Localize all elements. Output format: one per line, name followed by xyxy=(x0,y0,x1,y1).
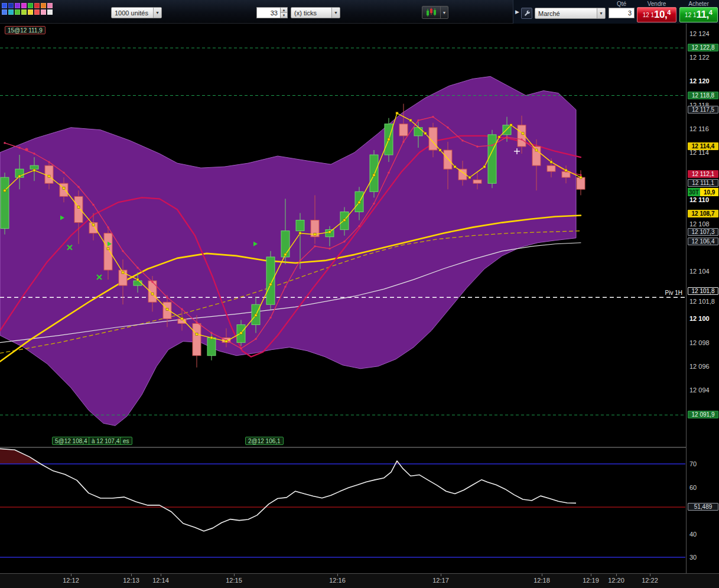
buy-header: Acheter xyxy=(679,1,718,7)
palette-swatch[interactable] xyxy=(34,9,40,15)
chevron-down-icon[interactable]: ▼ xyxy=(153,8,161,18)
palette-swatch[interactable] xyxy=(21,3,27,8)
timeframe-tag: 30T xyxy=(688,188,700,196)
crimson-ma-dot xyxy=(77,186,79,188)
crimson-ma-dot xyxy=(48,161,50,163)
units-dropdown[interactable]: 1000 unités ▼ xyxy=(111,7,162,18)
spinner-up-icon[interactable]: ▲ xyxy=(281,8,287,12)
sell-price-main: 10, xyxy=(654,9,667,21)
crimson-ma-dot xyxy=(373,203,375,204)
candle-up xyxy=(134,281,142,285)
palette-swatch[interactable] xyxy=(21,9,27,15)
palette-swatch[interactable] xyxy=(2,9,7,15)
yellow-ma-square xyxy=(77,206,80,208)
crimson-ma-dot xyxy=(476,145,478,147)
order-settings-button[interactable] xyxy=(521,8,532,19)
sell-price-decimal: 4 xyxy=(667,9,671,16)
candlestick-chart-icon xyxy=(422,7,440,18)
crimson-ma-dot xyxy=(4,142,5,144)
qty-header: Qté xyxy=(609,1,635,7)
time-axis[interactable]: 12:1212:1312:1412:1512:1612:1712:1812:19… xyxy=(0,573,719,588)
crimson-ma-dot xyxy=(520,138,522,140)
yellow-ma-square xyxy=(33,169,35,171)
candle-up xyxy=(30,165,38,169)
yellow-ma-square xyxy=(269,283,272,285)
crimson-ma-dot xyxy=(107,226,109,228)
price-chart-area[interactable]: Piv 1H 15@12 111,9 5@12 108,4à 12 107,4e… xyxy=(0,24,685,448)
crimson-ma-dot xyxy=(491,144,493,146)
palette-swatch[interactable] xyxy=(28,9,33,15)
yellow-ma-square xyxy=(483,165,486,168)
chevron-down-icon[interactable]: ▼ xyxy=(597,8,605,18)
candlestick-chart[interactable]: Piv 1H xyxy=(0,24,685,448)
dark-price-badge: 12 111,1 xyxy=(688,179,718,187)
quantity-input[interactable] xyxy=(609,8,635,18)
yellow-ma-square xyxy=(166,308,168,310)
trade-marker-badge: es xyxy=(120,437,132,445)
crimson-ma-dot xyxy=(506,136,507,138)
candle-down xyxy=(74,196,83,222)
price-axis-label: 12 120 xyxy=(689,77,710,85)
palette-swatch[interactable] xyxy=(47,9,53,15)
price-axis[interactable]: 12 12412 12212 12012 11812 11612 11412 1… xyxy=(686,24,719,573)
crimson-ma-dot xyxy=(33,152,35,154)
candle-down xyxy=(577,177,585,189)
buy-button[interactable]: 12 111,4 xyxy=(679,7,718,22)
yellow-ma-square xyxy=(510,124,512,126)
buy-price-prefix: 12 1 xyxy=(685,12,696,18)
palette-swatch[interactable] xyxy=(2,3,7,8)
yellow-price-badge: 12 108,7 xyxy=(688,210,718,217)
rsi-overbought-fill xyxy=(0,449,576,572)
time-axis-label: 12:17 xyxy=(432,577,449,584)
time-axis-label: 12:13 xyxy=(123,577,139,584)
yellow-ma-square xyxy=(181,317,183,320)
rsi-panel[interactable] xyxy=(0,448,685,572)
rsi-chart[interactable] xyxy=(0,448,685,572)
crimson-ma-dot xyxy=(166,297,168,298)
yellow-ma-square xyxy=(498,136,500,138)
time-tick xyxy=(161,574,161,576)
time-tick xyxy=(650,574,650,576)
candle-up xyxy=(266,257,275,304)
trade-marker-badge: 5@12 108,4 xyxy=(52,437,90,445)
crimson-ma-dot xyxy=(196,321,197,323)
sell-button[interactable]: 12 110,4 xyxy=(637,7,676,22)
candle-up xyxy=(1,177,9,228)
palette-swatch[interactable] xyxy=(34,3,40,8)
ticks-spinner[interactable]: 33 ▲ ▼ xyxy=(256,7,288,18)
chevron-down-icon[interactable]: ▼ xyxy=(440,7,448,18)
order-type-dropdown[interactable]: Marché ▼ xyxy=(535,8,606,19)
color-palette xyxy=(2,3,53,15)
sell-header: Vendre xyxy=(637,1,676,7)
sell-price-prefix: 12 1 xyxy=(643,12,654,18)
palette-swatch[interactable] xyxy=(15,9,20,15)
crimson-ma-dot xyxy=(402,141,404,142)
ticks-spinner-value[interactable]: 33 xyxy=(256,7,280,18)
candle-up xyxy=(488,135,496,183)
palette-swatch[interactable] xyxy=(15,3,20,8)
price-axis-label: 12 094 xyxy=(689,386,710,394)
spinner-down-icon[interactable]: ▼ xyxy=(281,12,287,18)
pivot-price-badge: 12 101,8 xyxy=(688,287,718,295)
palette-swatch[interactable] xyxy=(41,3,46,8)
rsi-axis-label: 30 xyxy=(689,554,697,561)
chart-type-button[interactable]: ▼ xyxy=(422,6,448,19)
palette-swatch[interactable] xyxy=(8,3,14,8)
time-tick xyxy=(131,574,132,576)
crimson-ma-dot xyxy=(151,281,153,282)
dark-price-badge: 12 107,3 xyxy=(688,228,718,236)
palette-swatch[interactable] xyxy=(28,3,33,8)
order-type-value: Marché xyxy=(535,8,597,18)
time-tick xyxy=(234,574,235,576)
crimson-ma-dot xyxy=(314,245,315,247)
candle-up xyxy=(281,231,289,257)
ticks-unit-dropdown[interactable]: (x) ticks ▼ xyxy=(291,7,340,18)
chevron-down-icon[interactable]: ▼ xyxy=(331,8,340,18)
collapse-panel-icon[interactable]: ▶ xyxy=(515,9,519,15)
palette-swatch[interactable] xyxy=(8,9,14,15)
palette-swatch[interactable] xyxy=(41,9,46,15)
price-axis-label: 12 110 xyxy=(689,196,709,203)
palette-swatch[interactable] xyxy=(47,3,53,8)
yellow-ma-square xyxy=(409,119,412,122)
candle-down xyxy=(104,233,112,270)
